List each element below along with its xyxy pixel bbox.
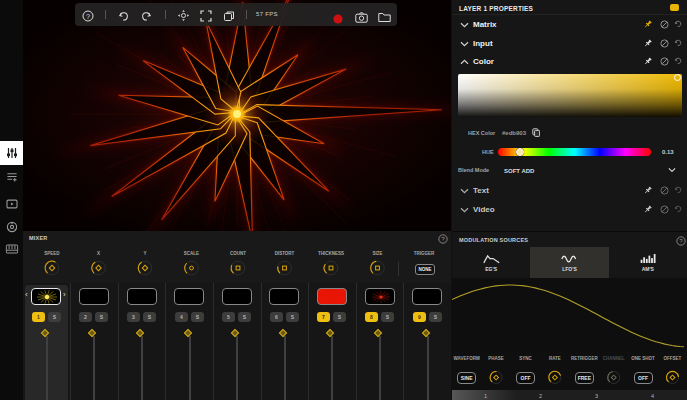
svg-text:?: ? [86, 12, 90, 21]
svg-text:?: ? [679, 237, 683, 244]
